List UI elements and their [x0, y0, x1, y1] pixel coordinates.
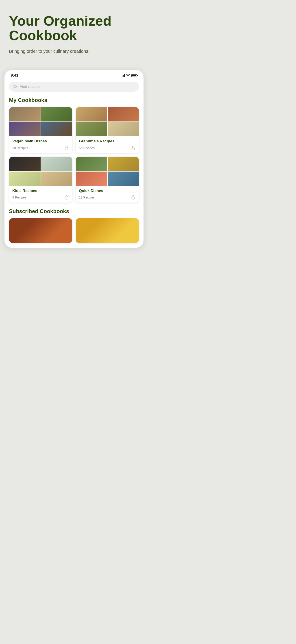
grandma-img-3	[76, 122, 107, 136]
cookbook-info-kids: Kids' Recipes 8 Recipes	[9, 186, 72, 202]
cookbook-card-grandma[interactable]: Grandma's Recipes 56 Recipes	[76, 107, 139, 153]
subscribed-img-2	[76, 218, 139, 243]
quick-img-1	[76, 157, 107, 171]
svg-rect-1	[65, 148, 68, 150]
subscribed-card-1[interactable]	[9, 218, 72, 243]
cookbook-info-vegan: Vegan Main Dishes 20 Recipes	[9, 136, 72, 153]
svg-rect-2	[132, 148, 135, 150]
quick-img-4	[108, 172, 139, 186]
subscribed-cookbooks-section: Subscribed Cookbooks	[4, 203, 144, 243]
kids-img-1	[9, 157, 41, 171]
search-icon	[13, 84, 17, 89]
my-cookbooks-section: My Cookbooks Vegan Main Dishes 20 Recipe…	[4, 95, 144, 203]
cookbook-image-quick	[76, 157, 139, 186]
wifi-icon	[126, 74, 130, 77]
grandma-img-1	[76, 107, 107, 122]
search-bar[interactable]: Find recipes	[9, 82, 139, 92]
cookbook-image-vegan	[9, 107, 72, 136]
cookbooks-grid: Vegan Main Dishes 20 Recipes	[4, 107, 144, 203]
lock-icon-kids	[64, 195, 69, 200]
my-cookbooks-title: My Cookbooks	[4, 95, 144, 107]
quick-img-3	[76, 172, 107, 186]
signal-icon	[121, 74, 125, 77]
cookbook-image-grandma	[76, 107, 139, 136]
grandma-img-4	[108, 122, 139, 136]
cookbook-meta-kids: 8 Recipes	[12, 195, 69, 200]
cookbook-image-kids	[9, 157, 72, 186]
subscribed-img-1	[9, 218, 72, 243]
cookbook-card-kids[interactable]: Kids' Recipes 8 Recipes	[9, 156, 72, 203]
cookbook-count-quick: 12 Recipes	[79, 196, 95, 199]
lock-icon-grandma	[131, 146, 136, 150]
battery-icon	[132, 74, 137, 77]
subscribed-cookbooks-title: Subscribed Cookbooks	[9, 208, 139, 214]
cookbook-count-grandma: 56 Recipes	[79, 146, 95, 150]
search-placeholder: Find recipes	[20, 84, 41, 89]
quick-img-2	[108, 157, 139, 171]
status-icons	[121, 74, 137, 77]
kids-img-3	[9, 172, 41, 186]
cookbook-card-vegan[interactable]: Vegan Main Dishes 20 Recipes	[9, 107, 72, 153]
vegan-img-4	[41, 122, 72, 136]
cookbook-card-quick[interactable]: Quick Dishes 12 Recipes	[76, 156, 139, 203]
vegan-img-3	[9, 122, 41, 136]
svg-rect-3	[65, 197, 68, 199]
hero-section: Your Organized Cookbook Bringing order t…	[0, 0, 148, 63]
cookbook-name-grandma: Grandma's Recipes	[79, 139, 136, 144]
cookbook-name-kids: Kids' Recipes	[12, 188, 69, 193]
vegan-img-1	[9, 107, 41, 122]
cookbook-info-grandma: Grandma's Recipes 56 Recipes	[76, 136, 139, 153]
lock-icon-quick	[131, 195, 136, 200]
subscribed-card-2[interactable]	[76, 218, 139, 243]
cookbook-name-vegan: Vegan Main Dishes	[12, 139, 69, 144]
lock-icon-vegan	[64, 146, 69, 150]
phone-mockup: 9:41	[4, 70, 144, 248]
cookbook-count-kids: 8 Recipes	[12, 196, 26, 199]
kids-img-4	[41, 172, 72, 186]
cookbook-name-quick: Quick Dishes	[79, 188, 136, 193]
cookbook-meta-vegan: 20 Recipes	[12, 146, 69, 150]
kids-img-2	[41, 157, 72, 171]
vegan-img-2	[41, 107, 72, 122]
cookbook-info-quick: Quick Dishes 12 Recipes	[76, 186, 139, 202]
status-bar: 9:41	[4, 70, 144, 80]
cookbook-meta-quick: 12 Recipes	[79, 195, 136, 200]
cookbook-meta-grandma: 56 Recipes	[79, 146, 136, 150]
svg-rect-4	[132, 197, 135, 199]
subscribed-cookbooks-grid	[9, 218, 139, 243]
hero-title: Your Organized Cookbook	[9, 14, 139, 43]
cookbook-count-vegan: 20 Recipes	[12, 146, 28, 150]
hero-subtitle: Bringing order to your culinary creation…	[9, 48, 139, 54]
grandma-img-2	[108, 107, 139, 122]
search-bar-container: Find recipes	[4, 80, 144, 95]
status-time: 9:41	[11, 73, 18, 78]
